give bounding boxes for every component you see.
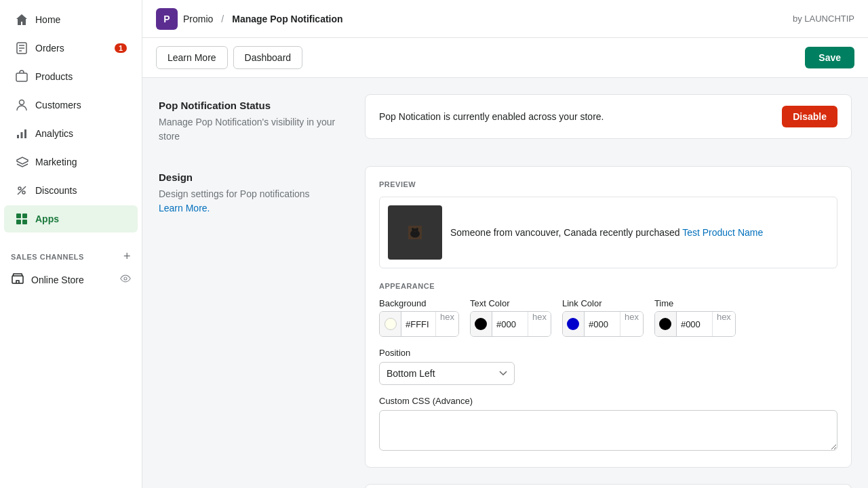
status-section-desc: Manage Pop Notification's visibility in … [159,115,349,144]
add-sales-channel-button[interactable]: + [123,249,131,264]
text-color-dot [475,318,487,330]
main-content: P Promio / Manage Pop Notification by LA… [142,0,868,488]
svg-point-25 [414,231,414,232]
preview-box: Someone from vancouver, Canada recently … [379,197,837,268]
time-color-dot [659,318,671,330]
app-logo: P [156,8,178,30]
marketing-icon [15,155,28,169]
link-color-input: hex [562,311,644,337]
customers-icon [15,98,28,112]
time-color-input: hex [654,311,736,337]
settings-left-col: Settings [159,484,349,488]
svg-rect-7 [21,132,23,138]
time-hex-label: hex [712,312,735,336]
design-card: PREVIEW [365,166,852,468]
products-icon [15,70,28,83]
sidebar-item-label: Products [35,71,73,82]
color-fields: Background hex Text Color [379,298,837,337]
time-label: Time [654,298,736,308]
text-color-input: hex [470,311,551,337]
sidebar-item-label: Marketing [35,157,77,167]
dashboard-button[interactable]: Dashboard [233,46,303,69]
text-color-text-input[interactable] [492,312,528,336]
preview-label: PREVIEW [379,180,837,188]
sidebar-item-online-store[interactable]: Online Store [0,266,142,293]
online-store-visibility-button[interactable] [120,273,131,286]
svg-rect-8 [24,129,26,138]
css-label: Custom CSS (Advance) [379,396,837,406]
design-learn-more-link[interactable]: Learn More. [159,203,210,214]
status-card: Pop Notication is currently enabled acro… [365,94,852,139]
text-hex-label: hex [528,312,551,336]
bg-color-label: Background [379,298,459,308]
svg-point-9 [18,187,21,190]
bg-color-swatch[interactable] [380,312,401,336]
svg-rect-15 [22,220,27,224]
save-button[interactable]: Save [805,47,854,68]
svg-rect-16 [12,276,23,283]
sidebar-item-label: Home [35,14,60,25]
svg-rect-6 [17,135,19,138]
sidebar-item-products[interactable]: Products [4,63,138,90]
orders-badge: 1 [115,43,127,53]
sidebar-item-label: Discounts [35,185,77,196]
online-store-label: Online Store [31,274,84,285]
sales-channels-section: SALES CHANNELS + [0,241,142,266]
link-hex-label: hex [620,312,643,336]
css-textarea[interactable] [379,410,837,451]
sidebar-item-customers[interactable]: Customers [4,92,138,119]
bg-hex-label: hex [435,312,458,336]
sidebar-item-label: Apps [35,214,59,224]
design-section: Design Design settings for Pop notificat… [159,166,852,468]
content-card-header: CONTENT [366,485,851,488]
design-section-desc: Design settings for Pop notifications Le… [159,187,349,216]
link-color-text-input[interactable] [585,312,620,336]
design-right-col: PREVIEW [365,166,852,468]
settings-right-col: CONTENT [365,484,852,488]
svg-rect-14 [16,220,21,224]
time-color-swatch[interactable] [655,312,677,336]
time-color-text-input[interactable] [677,312,712,336]
text-color-swatch[interactable] [471,312,492,336]
orders-icon [15,41,28,55]
svg-point-10 [22,191,25,194]
disable-button[interactable]: Disable [782,106,837,127]
preview-product-link[interactable]: Test Product Name [682,227,763,238]
sidebar-item-discounts[interactable]: Discounts [4,177,138,204]
sidebar: Home Orders 1 Products Customers Analyti… [0,0,142,488]
preview-text-before: Someone from vancouver, Canada recently … [450,227,682,238]
discounts-icon [15,184,28,197]
learn-more-button[interactable]: Learn More [156,46,228,69]
page-content: Pop Notification Status Manage Pop Notif… [142,78,868,488]
sales-channels-label: SALES CHANNELS [11,253,84,261]
status-section-title: Pop Notification Status [159,100,349,111]
analytics-icon [15,127,28,140]
svg-rect-4 [16,73,27,81]
apps-icon [15,212,28,226]
text-color-label: Text Color [470,298,551,308]
settings-section: Settings CONTENT [159,484,852,488]
bg-color-input: hex [379,311,459,337]
sidebar-item-apps[interactable]: Apps [4,205,138,232]
design-left-col: Design Design settings for Pop notificat… [159,166,349,468]
online-store-icon [11,272,24,287]
link-color-swatch[interactable] [563,312,585,336]
sidebar-item-orders[interactable]: Orders 1 [4,35,138,62]
topbar-left: P Promio / Manage Pop Notification [156,8,343,30]
link-color-label: Link Color [562,298,644,308]
app-name: Promio [183,14,213,24]
status-section: Pop Notification Status Manage Pop Notif… [159,94,852,150]
sidebar-item-label: Orders [35,43,64,54]
design-desc-text: Design settings for Pop notifications [159,188,310,199]
sidebar-item-home[interactable]: Home [4,6,138,33]
background-color-field: Background hex [379,298,459,337]
by-label: by LAUNCHTIP [793,14,854,24]
svg-point-17 [124,277,127,280]
sidebar-item-analytics[interactable]: Analytics [4,120,138,147]
topbar: P Promio / Manage Pop Notification by LA… [142,0,868,38]
preview-product-image [388,205,442,260]
position-select[interactable]: Bottom Left Bottom Right Top Left Top Ri… [379,362,515,385]
sidebar-item-marketing[interactable]: Marketing [4,148,138,176]
bg-color-text-input[interactable] [401,312,435,336]
sidebar-item-label: Analytics [35,128,73,139]
